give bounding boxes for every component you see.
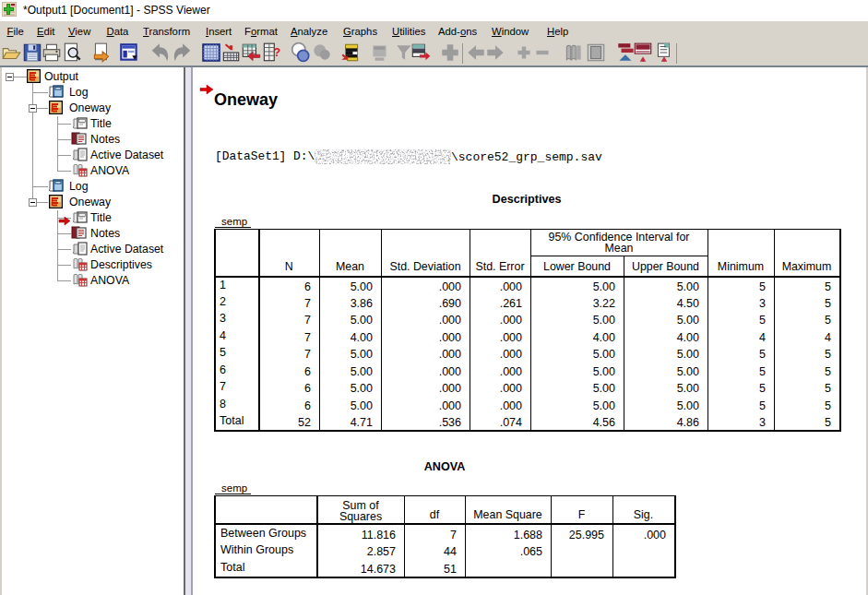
- svg-text:?: ?: [273, 45, 280, 59]
